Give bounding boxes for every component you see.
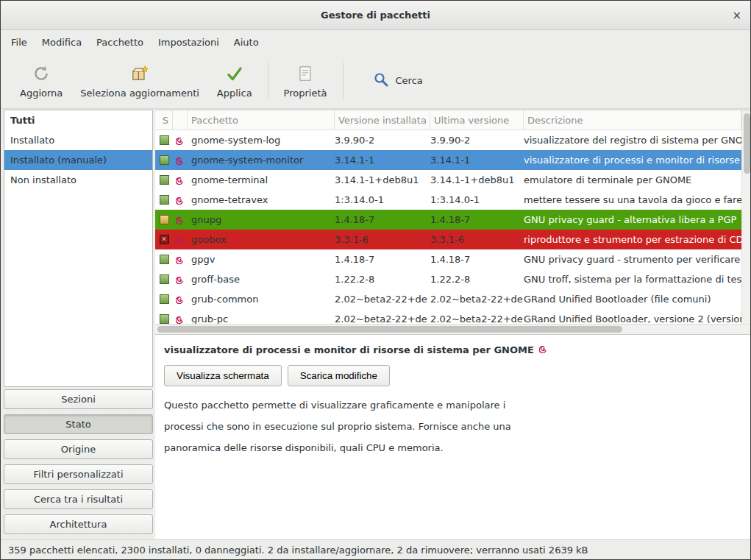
horizontal-scrollbar[interactable] <box>155 324 751 334</box>
table-row[interactable]: gnome-terminal3.14.1-1+deb8u13.14.1-1+de… <box>155 170 741 190</box>
package-name: gnome-system-log <box>188 135 335 146</box>
vertical-scrollbar[interactable] <box>741 110 751 324</box>
menu-item-modifica[interactable]: Modifica <box>35 31 89 53</box>
sidebar-button-stato[interactable]: Stato <box>4 414 153 434</box>
menu-item-aiuto[interactable]: Aiuto <box>227 31 266 53</box>
table-row[interactable]: grub-common2.02~beta2-22+de2.02~beta2-22… <box>155 289 741 309</box>
mark-upgrades-button[interactable]: Seleziona aggiornamenti <box>71 59 208 103</box>
sidebar-button-sezioni[interactable]: Sezioni <box>4 389 153 409</box>
sidebar-button-architettura[interactable]: Architettura <box>4 514 153 534</box>
package-description: visualizzatore di processi e monitor di … <box>524 155 741 166</box>
title-bar[interactable]: Gestore di pacchetti × <box>1 1 750 30</box>
table-row[interactable]: ✕ goobox3.3.1-63.3.1-6riproduttore e str… <box>155 230 741 249</box>
search-icon <box>372 71 390 91</box>
installed-icon <box>160 314 169 324</box>
column-header-versione-installata[interactable]: Versione installata <box>335 110 430 130</box>
view-screenshot-button[interactable]: Visualizza schermata <box>164 365 282 386</box>
package-description: GRand Unified Bootloader, versione 2 (ve… <box>524 313 741 324</box>
latest-version: 3.3.1-6 <box>430 234 524 245</box>
installed-version: 3.14.1-1+deb8u1 <box>335 174 430 185</box>
package-description: GNU privacy guard - alternativa libera a… <box>524 214 741 225</box>
installed-version: 1.4.18-7 <box>335 254 430 265</box>
window-title: Gestore di pacchetti <box>321 10 430 21</box>
vertical-scrollbar-thumb[interactable] <box>744 113 750 174</box>
sidebar-button-origine[interactable]: Origine <box>4 439 153 459</box>
get-changelog-button[interactable]: Scarica modifiche <box>288 365 390 386</box>
search-label: Cerca <box>396 75 423 86</box>
package-table: SPacchettoVersione installataUltima vers… <box>155 110 741 324</box>
supported-emblem-icon <box>176 155 185 165</box>
marked-install-icon <box>160 215 169 224</box>
supported-emblem-icon <box>176 314 185 324</box>
properties-icon <box>296 63 315 84</box>
filter-item-installato[interactable]: Installato <box>4 130 152 150</box>
column-header-descrizione[interactable]: Descrizione <box>524 110 741 130</box>
toolbar-separator <box>343 63 344 99</box>
installed-icon <box>160 294 169 304</box>
package-table-body: gnome-system-log3.9.90-23.9.90-2visualiz… <box>155 130 741 324</box>
column-header-ultima-versione[interactable]: Ultima versione <box>430 110 524 130</box>
table-row[interactable]: gnome-tetravex1:3.14.0-11:3.14.0-1metter… <box>155 190 741 210</box>
menu-item-pacchetto[interactable]: Pacchetto <box>89 31 151 53</box>
close-button[interactable]: × <box>732 1 741 30</box>
column-header-pacchetto[interactable]: Pacchetto <box>188 110 335 130</box>
sidebar-buttons: SezioniStatoOrigineFiltri personalizzati… <box>4 389 153 534</box>
installed-icon <box>160 155 169 165</box>
latest-version: 2.02~beta2-22+de <box>430 294 524 305</box>
apply-check-icon <box>225 63 244 84</box>
latest-version: 1.4.18-7 <box>430 214 524 225</box>
package-name: goobox <box>188 234 335 245</box>
latest-version: 1.4.18-7 <box>430 254 524 265</box>
table-row[interactable]: gnome-system-monitor3.14.1-13.14.1-1visu… <box>155 150 741 170</box>
filter-item-installato-manuale[interactable]: Installato (manuale) <box>4 150 152 170</box>
refresh-icon <box>32 63 51 84</box>
package-name: grub-common <box>188 294 335 305</box>
latest-version: 3.14.1-1 <box>430 155 524 166</box>
menu-item-impostazioni[interactable]: Impostazioni <box>151 31 227 53</box>
sidebar-button-cerca-tra-i-risultati[interactable]: Cerca tra i risultati <box>4 489 153 509</box>
table-row[interactable]: groff-base1.22.2-81.22.2-8GNU troff, sis… <box>155 269 741 289</box>
table-row[interactable]: gnupg1.4.18-71.4.18-7GNU privacy guard -… <box>155 210 741 230</box>
details-title: visualizzatore di processi e monitor di … <box>164 344 534 355</box>
package-description: GRand Unified Bootloader (file comuni) <box>524 294 741 305</box>
installed-version: 3.14.1-1 <box>335 155 430 166</box>
table-row[interactable]: grub-pc2.02~beta2-22+de2.02~beta2-22+deG… <box>155 309 741 324</box>
menu-bar: FileModificaPacchettoImpostazioniAiuto <box>1 31 750 53</box>
package-description: riproduttore e strumento per estrazione … <box>524 234 741 245</box>
table-row[interactable]: gpgv1.4.18-71.4.18-7GNU privacy guard - … <box>155 249 741 269</box>
supported-emblem-icon <box>176 274 185 284</box>
details-description: Questo pacchetto permette di visualizzar… <box>164 394 535 458</box>
installed-version: 1.4.18-7 <box>335 214 430 225</box>
latest-version: 3.9.90-2 <box>430 135 524 146</box>
column-header-emblem[interactable] <box>173 110 188 130</box>
filter-item-non-installato[interactable]: Non installato <box>4 170 152 190</box>
filter-item-tutti[interactable]: Tutti <box>4 110 152 130</box>
package-name: grub-pc <box>188 313 335 324</box>
refresh-button[interactable]: Aggiorna <box>11 59 71 103</box>
installed-version: 3.9.90-2 <box>335 135 430 146</box>
package-description: GNU privacy guard - strumento per verifi… <box>524 254 741 265</box>
toolbar: Aggiorna Seleziona aggiornamenti Applica <box>1 53 750 109</box>
search-button[interactable]: Cerca <box>362 65 433 96</box>
details-emblem-slot <box>539 344 549 355</box>
installed-version: 2.02~beta2-22+de <box>335 313 430 324</box>
apply-button[interactable]: Applica <box>208 59 261 103</box>
details-pane: visualizzatore di processi e monitor di … <box>155 334 751 540</box>
package-name: gnome-tetravex <box>188 194 335 205</box>
mark-upgrades-label: Seleziona aggiornamenti <box>80 88 199 99</box>
supported-emblem-icon <box>176 195 185 205</box>
package-name: gnome-terminal <box>188 174 335 185</box>
properties-button[interactable]: Proprietà <box>275 59 336 103</box>
table-row[interactable]: gnome-system-log3.9.90-23.9.90-2visualiz… <box>155 130 741 150</box>
column-header-s[interactable]: S <box>155 110 173 130</box>
sidebar-button-filtri-personalizzati[interactable]: Filtri personalizzati <box>4 464 153 484</box>
menu-item-file[interactable]: File <box>4 31 35 53</box>
status-text: 359 pacchetti elencati, 2300 installati,… <box>8 545 588 556</box>
filter-list[interactable]: TuttiInstallatoInstallato (manuale)Non i… <box>4 110 153 387</box>
supported-emblem-icon <box>176 235 185 244</box>
horizontal-scrollbar-thumb[interactable] <box>157 326 622 333</box>
toolbar-separator <box>268 63 268 99</box>
latest-version: 3.14.1-1+deb8u1 <box>430 174 524 185</box>
package-description: GNU troff, sistema per la formattazione … <box>524 274 741 285</box>
package-name: gnome-system-monitor <box>188 155 335 166</box>
